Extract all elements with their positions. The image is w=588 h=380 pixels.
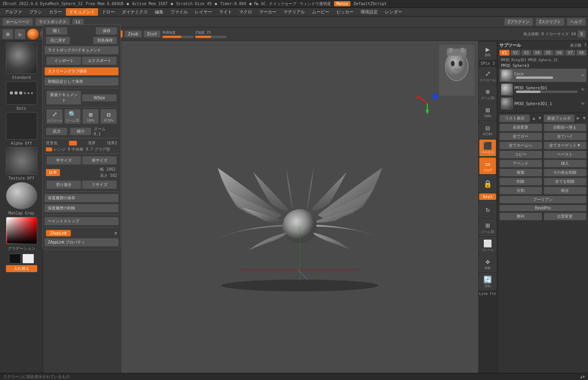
all-low-btn[interactable]: 全てロー	[499, 133, 542, 140]
del-color-btn[interactable]: その色を削除	[544, 169, 586, 176]
sphere3d1-eye-icon[interactable]: 👁	[581, 87, 585, 92]
matcap-preview[interactable]	[6, 182, 37, 209]
folder-arrow[interactable]: ▶	[576, 115, 581, 122]
revert-btn[interactable]: 元に戻す	[46, 36, 70, 44]
scroll-tool-btn[interactable]: ⤢ スクロール	[479, 67, 496, 84]
s-btn[interactable]: S	[577, 30, 586, 38]
z-intensity-slider[interactable]	[195, 36, 227, 38]
zoom3d-tool-btn[interactable]: ⊞ ズーム3D	[479, 219, 496, 236]
ver-tab-v2[interactable]: V2	[510, 50, 521, 56]
paint-stop-btn[interactable]: ペイントストップ	[44, 217, 119, 225]
menu-light[interactable]: ライト	[216, 8, 235, 16]
ac50-icon-btn[interactable]: ⊟ AC50%	[100, 109, 117, 124]
canvas-area[interactable]	[122, 41, 478, 373]
menus-btn[interactable]: Menus	[334, 1, 350, 6]
wsize-btn[interactable]: WSize	[82, 94, 117, 102]
cut-paste-btn[interactable]: 切り放き	[46, 180, 81, 189]
subtool-item-sphere3d1[interactable]: PM3D_Sphere3D1 👁	[499, 83, 586, 96]
alpha-preview[interactable]	[6, 112, 37, 140]
lightbox-doc-btn[interactable]: ライトボックス+ドキュメント	[44, 46, 119, 55]
list-up-arrow[interactable]: ▲	[532, 115, 536, 122]
zapplink-props-btn[interactable]: ZAppLink プロパティ	[44, 238, 119, 247]
rgb-intensity-slider[interactable]	[162, 36, 194, 38]
bevel-btn[interactable]: BevelPro	[499, 205, 586, 211]
resize-btn[interactable]: リサイズ	[82, 180, 117, 189]
del-all-btn[interactable]: 全てを削除	[544, 178, 586, 185]
all-target-btn[interactable]: 全てターゲット▼	[544, 142, 586, 149]
window-trans[interactable]: ウィンドウ透明度	[299, 1, 331, 7]
menu-alpha[interactable]: アルファ	[2, 8, 25, 16]
screen-grab-btn[interactable]: スクリーングラブ保存	[44, 67, 119, 76]
shrink-btn[interactable]: 縮小	[70, 127, 91, 135]
merge-btn[interactable]: 統合	[544, 187, 586, 195]
floor-tool-btn[interactable]: ▭ フロア	[479, 157, 496, 175]
ver-tab-v7[interactable]: V7	[565, 50, 575, 56]
zoom2d-icon-btn[interactable]: 🔍 ズーム2D	[64, 109, 81, 124]
swap-btn[interactable]: 入れ替え	[6, 265, 37, 272]
auto-sort-btn[interactable]: 自動並べ替え	[544, 124, 586, 131]
help-btn[interactable]: ヘルプ	[567, 18, 586, 26]
swatch-white[interactable]	[22, 254, 34, 264]
rotate-btn[interactable]: ↻	[15, 29, 25, 39]
brush-preview[interactable]	[6, 42, 37, 74]
export-btn[interactable]: エクスポート	[82, 56, 117, 65]
menu-dynamics[interactable]: ダイナミクス	[119, 8, 151, 16]
menu-document[interactable]: ドキュメント	[66, 8, 98, 16]
menu-material[interactable]: マテリアル	[280, 8, 308, 16]
import-btn[interactable]: インポート	[46, 56, 81, 65]
menu-draw[interactable]: ドロー	[99, 8, 118, 16]
sort-btn[interactable]: 整列	[499, 213, 542, 220]
list-view-btn[interactable]: リスト表示	[499, 115, 530, 122]
ver-tab-v8[interactable]: V8	[576, 50, 586, 56]
bg-color-chip[interactable]	[69, 141, 77, 145]
save-default-btn[interactable]: 初期設定として保存	[44, 77, 119, 86]
zsub-btn[interactable]: Zsub	[124, 30, 142, 38]
ver-tab-v4[interactable]: V4	[532, 50, 543, 56]
double-size-btn[interactable]: 倍サイズ	[82, 156, 117, 165]
zplugin-btn[interactable]: Zプラグイン	[504, 18, 533, 26]
save-depth-btn[interactable]: 深度履歴の保存	[44, 194, 119, 202]
split-btn[interactable]: 分割	[499, 187, 542, 195]
menu-brush[interactable]: ブラシ	[26, 8, 45, 16]
zoom100-tool-btn[interactable]: ⊞ 100%	[479, 103, 496, 120]
new-doc-btn[interactable]: 新規ドキュメント	[46, 91, 81, 105]
gxyz-btn[interactable]: Gxyz	[479, 193, 496, 200]
home-btn[interactable]: ホームページ	[2, 18, 33, 26]
coco-slider[interactable]	[516, 76, 578, 79]
swatch-black[interactable]	[9, 254, 21, 264]
subtool-item-sphere3d1-1[interactable]: PM3D_Sphere3D1_1 👁	[499, 97, 586, 110]
dots-preview[interactable]	[6, 81, 37, 105]
sphere3d1-slider[interactable]	[516, 91, 578, 93]
list-down-arrow[interactable]: ▼	[538, 115, 542, 122]
ver-tab-v3[interactable]: V3	[521, 50, 532, 56]
expand-btn[interactable]: 拡大	[46, 127, 67, 135]
ver-tab-v1[interactable]: V1	[499, 50, 510, 56]
zoom100-icon-btn[interactable]: ⊞ 100%	[82, 109, 99, 124]
move-tool-btn[interactable]: ✥ 移動	[479, 255, 496, 272]
menu-render[interactable]: レンダー	[382, 8, 405, 16]
rotate-tool-btn[interactable]: ↻	[479, 201, 496, 218]
boolean-btn[interactable]: ブーリアン	[499, 196, 586, 204]
rotate2-tool-btn[interactable]: 🔄 回転	[479, 273, 496, 290]
subtool-item-coco[interactable]: Coco 👁	[499, 69, 586, 82]
frame-tool-btn[interactable]: ⬜ フレーム	[479, 237, 496, 254]
save-btn[interactable]: 保存	[96, 27, 117, 35]
quick-keys[interactable]: クイックセーブ	[269, 1, 296, 7]
menu-picker[interactable]: ピッカー	[333, 8, 357, 16]
append-btn[interactable]: アペンド	[499, 160, 542, 167]
paste-tool-btn[interactable]: ⬛ ペース卜	[479, 139, 496, 156]
coco-eye-icon[interactable]: 👁	[581, 73, 585, 78]
default-script[interactable]: DefaultZScript	[354, 2, 387, 6]
zcut-btn[interactable]: Zcut	[143, 30, 161, 38]
menu-file[interactable]: ファイル	[167, 8, 191, 16]
menu-movie[interactable]: ムービー	[309, 8, 332, 16]
paste-btn[interactable]: ペースト	[544, 151, 586, 158]
menu-edit[interactable]: 編集	[152, 8, 167, 16]
del-depth-btn[interactable]: 深度履歴の削除	[44, 204, 119, 213]
dup-btn[interactable]: 複製	[499, 169, 542, 176]
menu-color[interactable]: カラー	[46, 8, 65, 16]
all-high-btn[interactable]: 全てハイ	[544, 133, 586, 140]
scroll-icon-btn[interactable]: ⤢ スクロール	[46, 109, 63, 124]
align-btn[interactable]: 位置変更	[544, 213, 586, 220]
ac50-tool-btn[interactable]: ⊟ AC50%	[479, 121, 496, 138]
